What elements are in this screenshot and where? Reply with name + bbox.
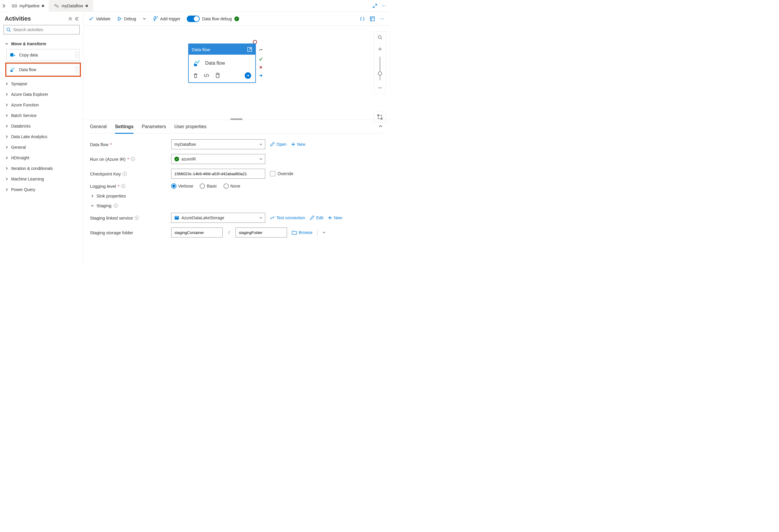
open-external-icon[interactable] xyxy=(247,47,252,52)
new-linked-button[interactable]: New xyxy=(328,215,342,220)
code-braces-icon[interactable] xyxy=(360,16,365,21)
zoom-fit-button[interactable] xyxy=(374,111,386,123)
staging-folder-input[interactable] xyxy=(236,227,287,238)
chevron-right-icon xyxy=(5,167,9,170)
zoom-slider-thumb[interactable] xyxy=(378,71,382,75)
group-item[interactable]: Power Query xyxy=(4,184,80,195)
collapse-panel-icon[interactable] xyxy=(75,16,80,21)
svg-point-2 xyxy=(7,28,10,31)
tab-dataflow[interactable]: myDataflow xyxy=(49,0,93,12)
panel-resize-handle[interactable] xyxy=(231,119,242,120)
pipeline-canvas[interactable]: Data flow Data flow xyxy=(83,26,390,120)
sink-properties-section[interactable]: Sink properties xyxy=(90,193,383,198)
tab-parameters[interactable]: Parameters xyxy=(142,123,166,133)
debug-dropdown[interactable] xyxy=(142,17,146,20)
info-icon[interactable]: i xyxy=(135,216,139,220)
svg-rect-15 xyxy=(175,217,178,217)
search-icon xyxy=(6,27,11,32)
chevron-down-icon xyxy=(259,143,262,146)
zoom-out-button[interactable] xyxy=(374,82,386,94)
dataflow-activity-icon xyxy=(10,66,16,73)
info-icon[interactable]: i xyxy=(131,157,135,161)
group-label: Azure Function xyxy=(11,103,39,107)
collapse-panel-caret-icon[interactable] xyxy=(378,124,383,129)
group-item[interactable]: General xyxy=(4,142,80,152)
activity-label: Copy data xyxy=(19,53,38,57)
delete-icon[interactable] xyxy=(193,73,198,78)
group-move-transform[interactable]: Move & transform xyxy=(4,39,80,49)
checkpoint-input[interactable] xyxy=(171,169,265,179)
logging-radio-basic[interactable]: Basic xyxy=(200,183,217,189)
expand-icon[interactable] xyxy=(373,4,377,8)
staging-section[interactable]: Staging i xyxy=(90,203,383,208)
expand-panel-icon[interactable] xyxy=(0,0,7,12)
tab-pipeline[interactable]: myPipeline xyxy=(7,0,49,12)
dataflow-select[interactable]: myDataflow xyxy=(171,139,265,149)
dataflow-activity-node[interactable]: Data flow Data flow xyxy=(188,44,256,83)
test-connection-button[interactable]: Test connection xyxy=(270,215,305,220)
logging-label: Logging level xyxy=(90,184,116,189)
group-label: Machine Learning xyxy=(11,177,44,181)
logging-radio-none[interactable]: None xyxy=(224,183,240,189)
properties-icon[interactable] xyxy=(370,16,375,21)
info-icon[interactable]: i xyxy=(123,172,127,176)
data-flow-debug-toggle[interactable]: Data flow debug xyxy=(187,15,239,22)
logging-radio-verbose[interactable]: Verbose xyxy=(171,183,193,189)
group-item[interactable]: Databricks xyxy=(4,121,80,131)
activity-data-flow[interactable]: Data flow xyxy=(6,64,80,75)
copy-data-icon xyxy=(10,52,16,58)
new-button[interactable]: New xyxy=(291,142,305,147)
browse-button[interactable]: Browse xyxy=(292,230,313,235)
staging-linked-select[interactable]: AzureDataLakeStorage xyxy=(171,213,265,223)
override-checkbox[interactable] xyxy=(270,171,275,176)
group-item[interactable]: Data Lake Analytics xyxy=(4,131,80,142)
validate-button[interactable]: Validate xyxy=(89,16,111,21)
tab-settings[interactable]: Settings xyxy=(115,123,133,134)
svg-rect-8 xyxy=(194,64,197,66)
dataflow-value: myDataflow xyxy=(174,142,196,147)
group-item[interactable]: Azure Data Explorer xyxy=(4,89,80,99)
svg-rect-0 xyxy=(12,4,14,7)
dataflow-icon xyxy=(54,3,59,8)
zoom-slider-track[interactable] xyxy=(380,57,380,80)
group-item[interactable]: HDInsight xyxy=(4,152,80,163)
open-button[interactable]: Open xyxy=(270,142,287,147)
search-activities[interactable] xyxy=(4,25,80,35)
search-input[interactable] xyxy=(13,27,77,32)
group-label: Azure Data Explorer xyxy=(11,92,48,97)
tab-user-properties[interactable]: User properties xyxy=(174,123,206,133)
tab-general[interactable]: General xyxy=(90,123,107,133)
search-zoom-icon[interactable] xyxy=(374,31,386,43)
more-actions-icon[interactable]: ··· xyxy=(381,3,386,9)
group-item[interactable]: Machine Learning xyxy=(4,174,80,184)
svg-rect-1 xyxy=(15,4,17,7)
next-arrow-icon[interactable] xyxy=(245,72,251,79)
svg-rect-14 xyxy=(175,216,179,219)
status-ok-badge xyxy=(174,157,179,161)
group-item[interactable]: Azure Function xyxy=(4,99,80,110)
runon-select[interactable]: azureIR xyxy=(171,154,265,164)
info-icon[interactable]: i xyxy=(121,184,125,188)
info-icon[interactable]: i xyxy=(114,204,118,208)
group-item[interactable]: Iteration & conditionals xyxy=(4,163,80,174)
group-item[interactable]: Synapse xyxy=(4,78,80,89)
radio-icon xyxy=(171,183,176,189)
dataflow-label: Data flow xyxy=(90,142,109,147)
staging-container-input[interactable] xyxy=(171,227,223,238)
browse-dropdown-icon[interactable] xyxy=(322,231,326,234)
zoom-in-button[interactable] xyxy=(374,43,386,55)
tab-dirty-dot xyxy=(85,5,88,7)
activity-copy-data[interactable]: Copy data xyxy=(6,49,80,61)
redo-icon[interactable] xyxy=(258,48,263,54)
add-trigger-button[interactable]: Add trigger xyxy=(153,16,180,21)
clone-icon[interactable] xyxy=(215,73,220,78)
group-item[interactable]: Batch Service xyxy=(4,110,80,121)
required-indicator: * xyxy=(110,142,112,147)
toolbar-more-icon[interactable]: ··· xyxy=(380,15,384,22)
edit-button[interactable]: Edit xyxy=(310,215,323,220)
collapse-all-icon[interactable] xyxy=(68,16,73,21)
debug-button[interactable]: Debug xyxy=(117,16,136,21)
required-indicator: * xyxy=(127,157,129,162)
trigger-icon xyxy=(153,16,158,21)
code-icon[interactable] xyxy=(203,73,209,78)
